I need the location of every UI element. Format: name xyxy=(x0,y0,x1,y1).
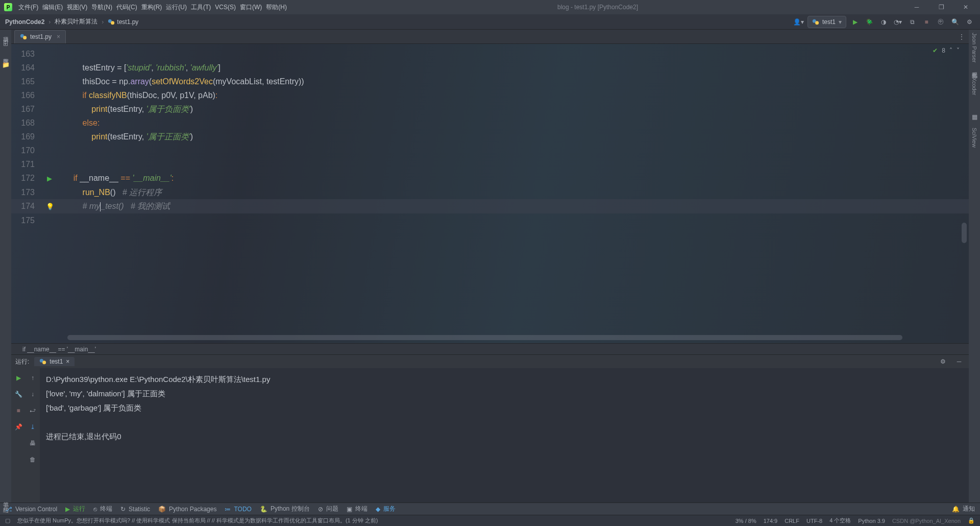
gutter[interactable] xyxy=(44,130,64,144)
tool-aixcoder[interactable]: aiXcoder xyxy=(971,73,977,95)
gutter[interactable] xyxy=(44,61,64,75)
run-settings-icon[interactable]: ⚙ xyxy=(937,356,948,367)
breadcrumb-folder[interactable]: 朴素贝叶斯算法 xyxy=(55,17,97,26)
menu-vcss[interactable]: VCS(S) xyxy=(213,4,238,11)
structure-crumb[interactable]: if __name__ == '__main__' xyxy=(11,343,969,354)
horizontal-scrollbar[interactable] xyxy=(67,335,902,340)
settings-icon[interactable]: ⚙ xyxy=(964,16,975,28)
close-tab-icon[interactable]: × xyxy=(57,33,60,40)
attach-button[interactable]: ⧉ xyxy=(906,16,918,28)
status-encoding[interactable]: UTF-8 xyxy=(806,518,822,524)
gutter[interactable] xyxy=(44,88,64,102)
services-button[interactable]: ◆ 服务 xyxy=(376,505,396,513)
menu-n[interactable]: 导航(N) xyxy=(89,3,114,12)
code-line[interactable]: thisDoc = np.array(setOfWords2Vec(myVoca… xyxy=(64,75,304,88)
status-interpreter[interactable]: Python 3.9 xyxy=(858,518,885,524)
gutter[interactable] xyxy=(44,185,64,199)
grid-icon[interactable]: ▦ xyxy=(969,111,980,123)
menu-c[interactable]: 代码(C) xyxy=(114,3,139,12)
code-line[interactable]: else: xyxy=(64,116,100,130)
folder-icon[interactable]: 📁 xyxy=(0,59,11,70)
status-perf[interactable]: 3% / 8% xyxy=(736,518,756,524)
run-marker-icon[interactable]: ▶ xyxy=(47,175,52,182)
code-line[interactable]: print(testEntry, '属于负面类') xyxy=(64,102,193,116)
maximize-button[interactable]: ❐ xyxy=(931,0,951,14)
gutter[interactable] xyxy=(44,116,64,130)
run-panel-tab[interactable]: test1 × xyxy=(34,357,75,366)
menu-u[interactable]: 运行(U) xyxy=(164,3,189,12)
up-arrow-icon[interactable]: ↑ xyxy=(27,372,38,384)
gutter[interactable] xyxy=(44,47,64,61)
menu-e[interactable]: 编辑(E) xyxy=(40,3,65,12)
sidebar-toggle-icon[interactable]: ▢ xyxy=(5,517,10,524)
close-button[interactable]: ✕ xyxy=(955,0,976,14)
statistic-button[interactable]: ↻ Statistic xyxy=(120,506,150,513)
tool-json-parser[interactable]: Json Parser xyxy=(971,33,977,63)
gutter[interactable] xyxy=(44,102,64,116)
hide-panel-icon[interactable]: ─ xyxy=(953,356,965,367)
debug-button[interactable]: 🪲 xyxy=(864,16,875,28)
gutter[interactable] xyxy=(44,157,64,171)
code-line[interactable]: testEntry = ['stupid', 'rubbish', 'awful… xyxy=(64,61,220,75)
endpoints-button[interactable]: ⎋ 终端 xyxy=(93,505,112,513)
menu-w[interactable]: 窗口(W) xyxy=(238,3,264,12)
status-message[interactable]: 您似乎在使用 NumPy。您想打开科学模式吗? // 使用科学模式 保持当前布局… xyxy=(17,517,378,524)
wrench-icon[interactable]: 🔧 xyxy=(13,389,24,400)
bulb-icon[interactable]: 💡 xyxy=(46,203,54,210)
rerun-button[interactable]: ▶ xyxy=(13,372,24,384)
python-console-button[interactable]: 🐍 Python 控制台 xyxy=(260,505,310,513)
coverage-button[interactable]: ◑ xyxy=(878,16,889,28)
breadcrumb-file[interactable]: test1.py xyxy=(108,18,138,26)
run-configuration-selector[interactable]: test1 ▾ xyxy=(807,16,846,28)
python-packages-button[interactable]: 📦 Python Packages xyxy=(158,506,216,513)
editor-tab-test1[interactable]: test1.py × xyxy=(14,30,66,43)
print-icon[interactable]: 🖶 xyxy=(27,438,38,449)
version-control-button[interactable]: ⎇Version Control xyxy=(5,506,57,513)
status-eol[interactable]: CRLF xyxy=(785,518,799,524)
run-button[interactable]: ▶ xyxy=(849,16,861,28)
minimize-button[interactable]: ─ xyxy=(906,0,927,14)
menu-t[interactable]: 工具(T) xyxy=(189,3,213,12)
run-toolwindow-button[interactable]: ▶ 运行 xyxy=(65,505,85,513)
code-area[interactable]: 163164 testEntry = ['stupid', 'rubbish',… xyxy=(11,44,969,227)
stop-button[interactable]: ■ xyxy=(921,16,932,28)
vertical-scrollbar[interactable] xyxy=(962,223,967,243)
status-position[interactable]: 174:9 xyxy=(764,518,778,524)
todo-button[interactable]: ≔ TODO xyxy=(225,506,251,513)
console-output[interactable]: D:\Python39\python.exe E:\PythonCode2\朴素… xyxy=(40,368,969,503)
translate-icon[interactable]: ㊥ xyxy=(935,16,946,28)
gutter[interactable]: 💡 xyxy=(44,199,64,213)
breadcrumb-project[interactable]: PythonCode2 xyxy=(5,18,44,26)
down-arrow-icon[interactable]: ↓ xyxy=(27,389,38,400)
problems-button[interactable]: ⊘ 问题 xyxy=(318,505,338,513)
code-line[interactable]: if classifyNB(thisDoc, p0V, p1V, pAb): xyxy=(64,88,217,102)
editor[interactable]: ✔ 8 ˄ ˅ 163164 testEntry = ['stupid', 'r… xyxy=(11,44,969,343)
profile-button[interactable]: ◔▾ xyxy=(892,16,903,28)
user-icon[interactable]: 👤▾ xyxy=(793,16,804,28)
gutter[interactable]: ▶ xyxy=(44,171,64,185)
tab-more-icon[interactable]: ⋮ xyxy=(954,33,969,40)
close-tab-icon[interactable]: × xyxy=(66,358,69,365)
notifications-button[interactable]: 🔔 通知 xyxy=(952,505,975,513)
menu-r[interactable]: 重构(R) xyxy=(139,3,164,12)
pin-icon[interactable]: 📌 xyxy=(13,421,24,433)
search-icon[interactable]: 🔍 xyxy=(949,16,961,28)
gutter[interactable] xyxy=(44,213,64,227)
terminal-button[interactable]: ▣ 终端 xyxy=(347,505,368,513)
database-icon[interactable]: 🗄 xyxy=(0,38,11,49)
code-line[interactable]: if __name__ == '__main__': xyxy=(64,171,174,185)
status-indent[interactable]: 4 个空格 xyxy=(829,517,851,524)
gutter[interactable] xyxy=(44,144,64,157)
gutter[interactable] xyxy=(44,75,64,88)
tool-sciview[interactable]: SciView xyxy=(971,128,977,148)
menu-v[interactable]: 视图(V) xyxy=(65,3,89,12)
code-line[interactable]: # my_test() # 我的测试 xyxy=(64,199,170,213)
scroll-end-icon[interactable]: ⤓ xyxy=(27,421,38,433)
menu-h[interactable]: 帮助(H) xyxy=(264,3,289,12)
code-line[interactable]: run_NB() # 运行程序 xyxy=(64,185,162,199)
menu-f[interactable]: 文件(F) xyxy=(16,3,40,12)
soft-wrap-icon[interactable]: ⮐ xyxy=(27,405,38,416)
lock-icon[interactable]: 🔒 xyxy=(968,517,975,524)
stop-icon[interactable]: ■ xyxy=(13,405,24,416)
trash-icon[interactable]: 🗑 xyxy=(27,454,38,465)
